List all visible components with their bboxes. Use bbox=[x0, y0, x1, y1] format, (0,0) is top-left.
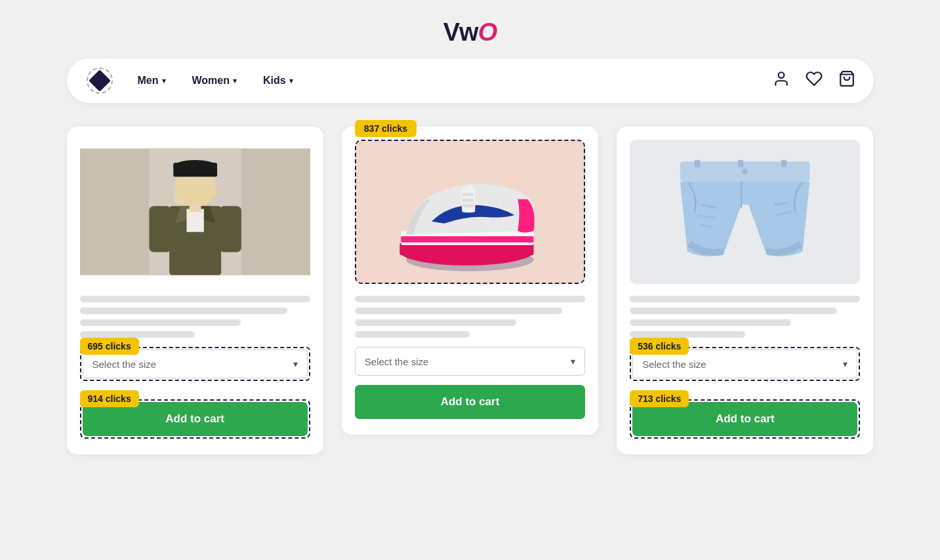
product-1-size-wrapper: 695 clicks Select the size ▾ bbox=[80, 347, 310, 381]
svg-point-0 bbox=[778, 72, 784, 78]
vwo-logo: V w O bbox=[443, 18, 497, 47]
nav-kids-label: Kids bbox=[263, 75, 286, 87]
size-dropdown-arrow-2: ▾ bbox=[571, 356, 575, 367]
svg-rect-27 bbox=[738, 160, 744, 167]
shorts-illustration bbox=[630, 140, 860, 284]
nav-item-women[interactable]: Women ▾ bbox=[192, 75, 237, 87]
skeleton-line bbox=[80, 296, 310, 302]
nav-kids-chevron: ▾ bbox=[289, 77, 293, 85]
top-clicks-badge-2: 837 clicks bbox=[355, 120, 417, 137]
product-card-2: 837 clicks bbox=[342, 127, 598, 435]
logo-text-w: w bbox=[459, 18, 478, 47]
product-image-1 bbox=[80, 140, 310, 284]
products-grid: 695 clicks Select the size ▾ 914 clicks … bbox=[67, 127, 874, 454]
svg-point-14 bbox=[174, 194, 188, 205]
cart-clicks-badge-1: 914 clicks bbox=[80, 390, 139, 407]
product-image-3 bbox=[630, 140, 860, 284]
product-3-size-wrapper: 536 clicks Select the size ▾ bbox=[630, 347, 860, 381]
svg-rect-23 bbox=[462, 204, 474, 207]
size-dropdown-arrow-3: ▾ bbox=[843, 359, 848, 369]
size-clicks-badge-1: 695 clicks bbox=[80, 338, 139, 355]
svg-rect-28 bbox=[781, 160, 787, 167]
logo-text-v: V bbox=[443, 18, 459, 47]
skeleton-line bbox=[80, 319, 241, 326]
size-placeholder-3: Select the size bbox=[642, 359, 706, 370]
svg-rect-6 bbox=[173, 163, 217, 176]
product-1-cart-wrapper: 914 clicks Add to cart bbox=[80, 399, 310, 439]
nav-item-kids[interactable]: Kids ▾ bbox=[263, 75, 293, 87]
skeleton-line bbox=[355, 308, 562, 314]
size-select-2[interactable]: Select the size ▾ bbox=[355, 347, 585, 376]
svg-rect-12 bbox=[149, 206, 171, 252]
svg-rect-20 bbox=[401, 236, 534, 243]
skeleton-line bbox=[630, 319, 791, 326]
svg-rect-11 bbox=[186, 209, 203, 232]
nav-menu: Men ▾ Women ▾ Kids ▾ bbox=[138, 75, 773, 87]
svg-rect-13 bbox=[219, 206, 241, 252]
nav-actions bbox=[773, 70, 855, 91]
product-card-1: 695 clicks Select the size ▾ 914 clicks … bbox=[67, 127, 323, 454]
size-placeholder-2: Select the size bbox=[365, 356, 429, 367]
product-2-size-wrapper: Select the size ▾ bbox=[355, 347, 585, 376]
nav-men-label: Men bbox=[138, 75, 159, 87]
product-2-skeleton bbox=[355, 296, 585, 338]
skeleton-line bbox=[80, 308, 287, 314]
svg-rect-22 bbox=[462, 199, 474, 202]
logo-area: V w O bbox=[0, 0, 940, 58]
size-clicks-badge-3: 536 clicks bbox=[630, 338, 689, 355]
nav-women-label: Women bbox=[192, 75, 230, 87]
nav-item-men[interactable]: Men ▾ bbox=[138, 75, 166, 87]
product-2-cart-wrapper: Add to cart bbox=[355, 385, 585, 419]
nav-logo-mark bbox=[85, 66, 114, 95]
jacket-illustration bbox=[80, 140, 310, 284]
cart-icon[interactable] bbox=[838, 70, 855, 91]
skeleton-line bbox=[355, 319, 516, 326]
cart-clicks-badge-3: 713 clicks bbox=[630, 390, 689, 407]
skeleton-line bbox=[80, 331, 195, 338]
product-image-2 bbox=[355, 140, 585, 284]
svg-rect-21 bbox=[462, 193, 474, 196]
svg-rect-26 bbox=[695, 160, 701, 167]
skeleton-line bbox=[355, 296, 585, 302]
navbar: Men ▾ Women ▾ Kids ▾ bbox=[67, 58, 874, 103]
skeleton-line bbox=[630, 296, 860, 302]
product-3-cart-wrapper: 713 clicks Add to cart bbox=[630, 399, 860, 439]
page-wrapper: V w O Men ▾ Women ▾ Ki bbox=[0, 0, 940, 560]
svg-rect-15 bbox=[189, 203, 201, 212]
shoe-illustration bbox=[367, 148, 573, 275]
size-placeholder-1: Select the size bbox=[92, 359, 157, 370]
size-dropdown-arrow-1: ▾ bbox=[293, 359, 298, 369]
account-icon[interactable] bbox=[773, 70, 790, 91]
product-3-skeleton bbox=[630, 296, 860, 338]
skeleton-line bbox=[355, 331, 470, 338]
logo-text-o: O bbox=[478, 18, 497, 47]
svg-point-29 bbox=[742, 169, 748, 174]
product-1-skeleton bbox=[80, 296, 310, 338]
skeleton-line bbox=[630, 308, 837, 314]
skeleton-line bbox=[630, 331, 745, 338]
nav-men-chevron: ▾ bbox=[162, 77, 166, 85]
product-card-3: 536 clicks Select the size ▾ 713 clicks … bbox=[617, 127, 873, 454]
add-to-cart-button-2[interactable]: Add to cart bbox=[355, 385, 585, 419]
nav-women-chevron: ▾ bbox=[233, 77, 237, 85]
wishlist-icon[interactable] bbox=[806, 70, 823, 91]
